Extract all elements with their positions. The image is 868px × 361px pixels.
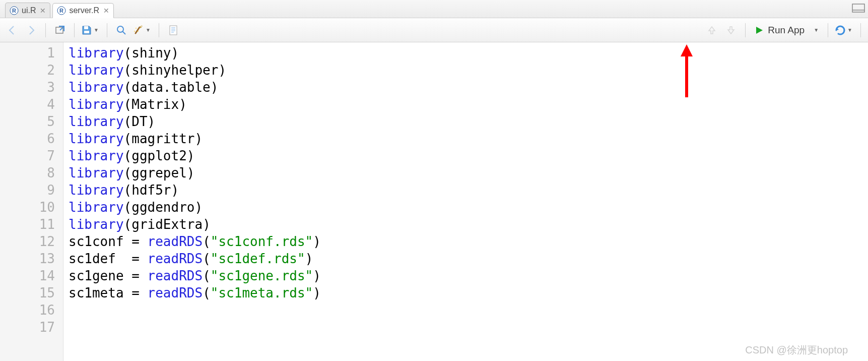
find-replace-icon[interactable] xyxy=(113,22,129,38)
close-icon[interactable]: ✕ xyxy=(103,7,109,15)
back-icon xyxy=(4,22,20,38)
toolbar-right: Run App ▼ ▼ xyxy=(704,22,864,38)
dropdown-icon[interactable]: ▼ xyxy=(146,27,151,33)
code-line[interactable]: sc1gene = readRDS("sc1gene.rds") xyxy=(69,267,321,284)
toolbar-left: ▼ ▼ xyxy=(4,22,704,38)
line-number: 13 xyxy=(0,250,55,267)
line-number: 2 xyxy=(0,62,55,79)
line-number: 12 xyxy=(0,233,55,250)
code-line[interactable]: library(ggdendro) xyxy=(69,199,321,216)
panel-minimize-icon[interactable] xyxy=(852,4,865,14)
reload-app-icon[interactable]: ▼ xyxy=(834,24,854,36)
line-number: 9 xyxy=(0,182,55,199)
dropdown-icon[interactable]: ▼ xyxy=(847,27,852,33)
show-in-new-window-icon[interactable] xyxy=(52,22,68,38)
dropdown-icon[interactable]: ▼ xyxy=(814,27,819,33)
svg-point-12 xyxy=(136,28,137,29)
file-tab[interactable]: Rui.R✕ xyxy=(5,3,50,18)
tab-label: ui.R xyxy=(22,6,36,15)
compile-report-icon[interactable] xyxy=(165,22,181,38)
tab-container: Rui.R✕Rserver.R✕ xyxy=(5,3,116,18)
tab-label: server.R xyxy=(69,6,99,15)
separator xyxy=(860,23,861,37)
code-line[interactable]: library(DT) xyxy=(69,113,321,130)
svg-point-14 xyxy=(138,31,139,32)
code-tools-icon[interactable]: ▼ xyxy=(132,24,153,36)
line-number: 7 xyxy=(0,147,55,164)
separator xyxy=(107,23,107,37)
code-line[interactable]: library(shiny) xyxy=(69,44,321,62)
code-line[interactable]: library(ggrepel) xyxy=(69,164,321,182)
line-number: 11 xyxy=(0,216,55,233)
play-icon xyxy=(755,26,764,35)
svg-point-13 xyxy=(134,31,135,32)
code-line[interactable]: library(gridExtra) xyxy=(69,216,321,233)
save-button[interactable]: ▼ xyxy=(81,24,101,36)
separator xyxy=(828,23,828,37)
line-number: 5 xyxy=(0,113,55,130)
line-number-gutter: 1234567891011121314151617 xyxy=(0,42,63,361)
code-line[interactable]: sc1meta = readRDS("sc1meta.rds") xyxy=(69,284,321,302)
code-line[interactable]: library(shinyhelper) xyxy=(69,62,321,79)
svg-text:R: R xyxy=(12,8,16,14)
forward-icon xyxy=(23,22,39,38)
separator xyxy=(45,23,46,37)
source-editor[interactable]: 1234567891011121314151617 library(shiny)… xyxy=(0,42,868,361)
line-number: 15 xyxy=(0,284,55,302)
separator xyxy=(74,23,75,37)
line-number: 16 xyxy=(0,302,55,319)
svg-text:R: R xyxy=(59,8,63,14)
file-tab[interactable]: Rserver.R✕ xyxy=(52,3,114,18)
svg-rect-7 xyxy=(84,26,88,29)
svg-line-10 xyxy=(122,31,125,34)
code-line[interactable]: library(Matrix) xyxy=(69,96,321,113)
close-icon[interactable]: ✕ xyxy=(40,7,46,15)
code-line[interactable]: sc1conf = readRDS("sc1conf.rds") xyxy=(69,233,321,250)
r-file-icon: R xyxy=(10,6,19,15)
code-area[interactable]: library(shiny)library(shinyhelper)librar… xyxy=(63,42,321,361)
line-number: 4 xyxy=(0,96,55,113)
code-line[interactable]: library(magrittr) xyxy=(69,130,321,147)
line-number: 1 xyxy=(0,44,55,62)
code-line[interactable]: library(hdf5r) xyxy=(69,182,321,199)
r-file-icon: R xyxy=(57,6,66,15)
code-line[interactable]: sc1def = readRDS("sc1def.rds") xyxy=(69,250,321,267)
dropdown-icon[interactable]: ▼ xyxy=(94,27,99,33)
separator xyxy=(159,23,159,37)
code-line[interactable]: library(ggplot2) xyxy=(69,147,321,164)
separator xyxy=(745,23,746,37)
line-number: 10 xyxy=(0,199,55,216)
run-up-icon xyxy=(704,22,720,38)
line-number: 17 xyxy=(0,319,55,336)
tab-bar: Rui.R✕Rserver.R✕ xyxy=(0,0,868,18)
source-toolbar: ▼ ▼ Run App ▼ ▼ xyxy=(0,18,868,42)
svg-rect-4 xyxy=(852,4,864,12)
line-number: 6 xyxy=(0,130,55,147)
code-line[interactable] xyxy=(69,302,321,319)
line-number: 8 xyxy=(0,164,55,182)
svg-point-11 xyxy=(141,26,142,27)
line-number: 3 xyxy=(0,79,55,96)
svg-rect-15 xyxy=(170,26,177,35)
code-line[interactable] xyxy=(69,319,321,336)
run-app-label: Run App xyxy=(768,25,805,36)
run-app-button[interactable]: Run App ▼ xyxy=(752,23,822,38)
code-line[interactable]: library(data.table) xyxy=(69,79,321,96)
watermark: CSDN @徐洲更hoptop xyxy=(745,343,848,357)
run-down-icon xyxy=(723,22,739,38)
line-number: 14 xyxy=(0,267,55,284)
svg-rect-8 xyxy=(84,31,89,33)
